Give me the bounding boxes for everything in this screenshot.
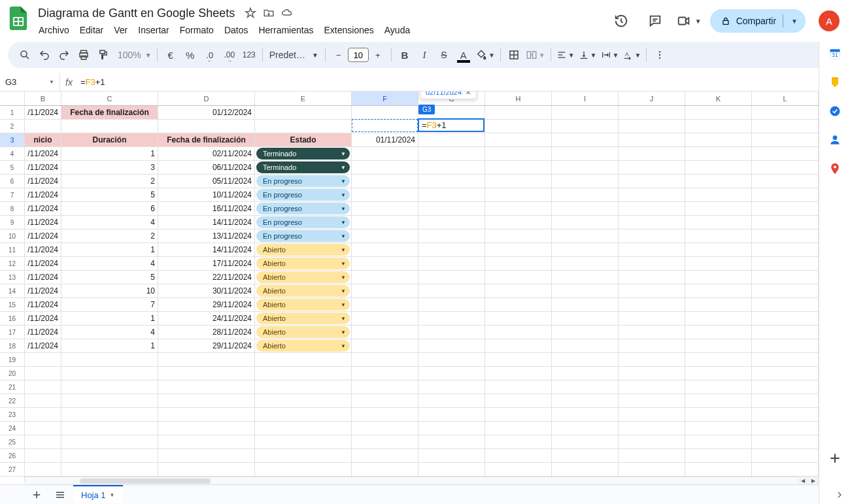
menu-archivo[interactable]: Archivo [34, 22, 74, 38]
cell[interactable] [418, 188, 485, 201]
cell[interactable] [485, 298, 552, 311]
cell[interactable] [752, 229, 819, 243]
row-header[interactable]: 24 [0, 422, 24, 435]
col-header[interactable]: K [685, 92, 752, 105]
doc-title[interactable]: Diagrama de Gantt en Google Sheets [34, 5, 239, 22]
cell[interactable] [552, 312, 619, 325]
status-chip[interactable]: En progreso▼ [256, 230, 350, 242]
cell[interactable] [485, 408, 552, 421]
cell[interactable]: 10 [61, 284, 158, 297]
col-header[interactable]: L [752, 92, 819, 105]
cell[interactable] [552, 463, 619, 476]
expand-side-panel-icon[interactable] [834, 490, 845, 500]
close-icon[interactable]: ✕ [466, 92, 471, 96]
row-header[interactable]: 23 [0, 408, 24, 422]
cell[interactable] [619, 312, 685, 325]
cell[interactable] [685, 147, 752, 160]
cell[interactable] [485, 120, 552, 133]
cell[interactable] [752, 422, 819, 435]
share-button[interactable]: Compartir ▼ [710, 9, 806, 33]
cell[interactable] [752, 257, 819, 270]
formula-bar[interactable]: =F3+1 [78, 77, 850, 87]
status-chip[interactable]: Terminado▼ [256, 161, 350, 173]
contacts-icon[interactable] [828, 133, 842, 146]
cell[interactable]: 5 [61, 188, 158, 201]
cell[interactable] [752, 408, 819, 421]
cell[interactable]: Abierto▼ [255, 312, 352, 325]
cell[interactable] [619, 106, 685, 119]
cell[interactable]: Abierto▼ [255, 271, 352, 284]
cell[interactable] [685, 449, 752, 462]
cell[interactable] [752, 367, 819, 380]
avatar[interactable]: A [819, 10, 840, 31]
cell[interactable] [619, 353, 685, 366]
row-header[interactable]: 18 [0, 339, 24, 353]
cell[interactable] [552, 161, 619, 174]
cell[interactable] [752, 161, 819, 174]
status-chip[interactable]: Abierto▼ [256, 258, 350, 269]
bold-button[interactable]: B [396, 46, 414, 64]
sheet-tab[interactable]: Hoja 1 ▼ [73, 485, 123, 503]
cell[interactable]: En progreso▼ [255, 216, 352, 229]
cell[interactable] [752, 312, 819, 325]
cell[interactable] [752, 339, 819, 352]
cell[interactable]: Fecha de finalización [61, 106, 158, 119]
col-header[interactable]: H [485, 92, 552, 105]
cell[interactable] [255, 353, 352, 366]
cell[interactable] [352, 312, 418, 325]
cell[interactable] [352, 394, 418, 407]
cell[interactable] [352, 257, 418, 270]
zoom-select[interactable]: 100%▼ [114, 46, 153, 64]
cell[interactable] [255, 380, 352, 394]
cell[interactable]: Terminado▼ [255, 147, 352, 160]
cell[interactable] [752, 271, 819, 284]
cell[interactable] [352, 106, 418, 119]
share-dropdown-icon[interactable]: ▼ [791, 18, 798, 25]
cell[interactable] [619, 243, 685, 256]
cell[interactable] [418, 175, 485, 188]
cell[interactable] [352, 339, 418, 352]
cell[interactable]: 1 [61, 339, 158, 352]
cell[interactable] [352, 422, 418, 435]
status-chip[interactable]: En progreso▼ [256, 175, 350, 187]
cell[interactable] [619, 326, 685, 339]
all-sheets-button[interactable] [50, 486, 71, 504]
cell[interactable] [752, 120, 819, 133]
cell[interactable] [352, 367, 418, 380]
cell[interactable] [752, 380, 819, 394]
row-header[interactable]: 19 [0, 353, 24, 367]
cell[interactable] [418, 449, 485, 462]
select-all-corner[interactable] [0, 92, 24, 106]
col-header[interactable]: I [552, 92, 619, 105]
cell[interactable]: 5 [61, 271, 158, 284]
cell[interactable] [255, 422, 352, 435]
cell[interactable] [255, 394, 352, 407]
cell[interactable] [685, 353, 752, 366]
cell[interactable] [619, 257, 685, 270]
menu-ver[interactable]: Ver [109, 22, 132, 38]
cell[interactable] [619, 133, 685, 146]
cell[interactable] [685, 243, 752, 256]
cell[interactable]: 06/11/2024 [158, 161, 255, 174]
col-header[interactable]: D [158, 92, 255, 105]
number-format-button[interactable]: 123 [240, 46, 258, 64]
cell[interactable] [619, 394, 685, 407]
cell[interactable] [552, 422, 619, 435]
cell[interactable]: 29/11/2024 [158, 339, 255, 352]
cell[interactable]: /11/2024 [25, 106, 61, 119]
cell[interactable]: Estado [255, 133, 352, 146]
status-chip[interactable]: Abierto▼ [256, 299, 350, 311]
col-header[interactable]: B [25, 92, 61, 105]
col-header[interactable]: E [255, 92, 352, 105]
cell[interactable] [25, 449, 61, 462]
cell[interactable]: Abierto▼ [255, 243, 352, 256]
cell[interactable] [418, 147, 485, 160]
cell[interactable] [685, 175, 752, 188]
cell[interactable]: 7 [61, 298, 158, 311]
cell[interactable] [619, 229, 685, 243]
cell[interactable] [552, 133, 619, 146]
increase-decimal-button[interactable]: .00→ [220, 46, 239, 64]
row-header[interactable]: 25 [0, 435, 24, 449]
cell[interactable] [685, 188, 752, 201]
status-chip[interactable]: Abierto▼ [256, 312, 350, 324]
